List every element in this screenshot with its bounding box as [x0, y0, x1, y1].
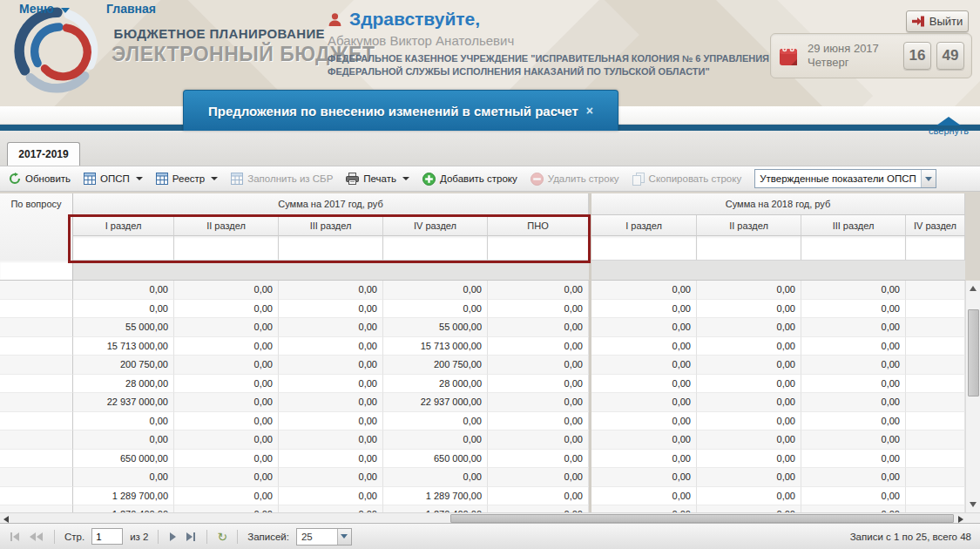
table-row[interactable]: 200 750,000,000,00200 750,000,000,000,00… — [0, 356, 965, 375]
group-header-2018[interactable]: Сумма на 2018 год, руб — [591, 193, 965, 215]
scroll-right-icon[interactable] — [958, 516, 963, 523]
filter-cell[interactable] — [488, 236, 589, 261]
fill-from-sbr-button[interactable]: Заполнить из СБР — [231, 173, 333, 185]
group-header-2017[interactable]: Сумма на 2017 год, руб — [73, 193, 589, 215]
horizontal-scroll-thumb[interactable] — [450, 514, 954, 523]
amount-cell-2017: 0,00 — [279, 356, 383, 375]
column-header[interactable]: ПНО — [488, 215, 589, 236]
amount-cell-2017: 0,00 — [383, 281, 488, 300]
filter-cell[interactable] — [591, 236, 697, 261]
amount-cell-2017: 0,00 — [279, 300, 383, 319]
table-row[interactable]: 1 270 400,000,000,001 270 400,000,000,00… — [0, 505, 965, 512]
page-input[interactable] — [91, 528, 123, 545]
chevron-down-icon — [211, 177, 218, 180]
registry-label: Реестр — [172, 173, 205, 184]
filter-cell[interactable] — [279, 236, 383, 261]
row-question-cell — [0, 487, 73, 506]
amount-cell-2017: 0,00 — [383, 430, 488, 450]
amount-cell-2017: 0,00 — [279, 375, 383, 394]
datetime-panel: 29 июня 2017 Четверг 16 49 — [770, 33, 972, 78]
column-header[interactable]: II раздел — [174, 215, 279, 236]
column-header[interactable]: I раздел — [73, 215, 174, 236]
table-row[interactable]: 55 000,000,000,0055 000,000,000,000,000,… — [0, 318, 965, 337]
prev-page-button[interactable] — [28, 531, 44, 543]
horizontal-scrollbar[interactable] — [0, 512, 980, 523]
scroll-up-icon[interactable] — [970, 286, 977, 291]
table-row[interactable]: 0,000,000,000,000,000,000,000,00 — [0, 300, 965, 319]
filter-cell[interactable] — [697, 236, 801, 261]
filter-cell[interactable] — [73, 236, 174, 261]
amount-cell-2018: 0,00 — [697, 318, 801, 337]
greeting-row: Здравствуйте, — [328, 9, 480, 30]
registry-menu-button[interactable]: Реестр — [156, 173, 218, 185]
column-header[interactable]: III раздел — [279, 215, 383, 236]
amount-cell-2018: 0,00 — [697, 450, 801, 469]
menu-button[interactable]: Меню — [19, 2, 70, 16]
logout-button[interactable]: Выйти — [906, 10, 969, 32]
amount-cell-2018: 0,00 — [697, 487, 801, 506]
select-trigger[interactable] — [337, 529, 351, 545]
tab-proposals[interactable]: Предложения по внесению изменений в смет… — [183, 90, 618, 131]
time-hours: 16 — [903, 42, 931, 70]
scroll-left-icon[interactable] — [3, 516, 9, 523]
chevron-up-icon — [936, 117, 961, 125]
status-bar: Стр. из 2 ↻ Записей: 25 Записи с 1 по 25… — [0, 523, 980, 549]
collapse-label: свернуть — [925, 125, 972, 136]
records-per-page-select[interactable]: 25 — [296, 528, 352, 546]
table-row[interactable]: 28 000,000,000,0028 000,000,000,000,000,… — [0, 375, 965, 394]
filter-cell[interactable] — [906, 236, 965, 261]
table-row[interactable]: 0,000,000,000,000,000,000,000,00 — [0, 281, 965, 300]
first-page-button[interactable] — [9, 531, 21, 543]
scroll-down-icon[interactable] — [970, 502, 977, 507]
delete-row-button[interactable]: Удалить строку — [531, 173, 619, 186]
amount-cell-2017: 0,00 — [279, 430, 383, 450]
vertical-scroll-thumb[interactable] — [968, 309, 979, 396]
indicator-mode-select[interactable]: Утвержденные показатели ОПСП — [754, 169, 936, 188]
amount-cell-2017: 0,00 — [488, 393, 589, 412]
collapse-control[interactable]: свернуть — [925, 117, 972, 136]
table-row[interactable]: 650 000,000,000,00650 000,000,000,000,00… — [0, 450, 965, 469]
amount-cell-2017: 0,00 — [174, 505, 279, 512]
column-header[interactable]: I раздел — [591, 215, 697, 236]
nav-home[interactable]: Главная — [106, 2, 156, 16]
add-row-button[interactable]: Добавить строку — [422, 173, 517, 186]
amount-cell-2017: 0,00 — [174, 450, 279, 469]
filter-cell[interactable] — [174, 236, 279, 261]
last-page-button[interactable] — [185, 531, 197, 543]
tab-close-icon[interactable]: × — [586, 104, 593, 118]
amount-cell-2017: 0,00 — [488, 412, 589, 431]
vertical-scrollbar[interactable] — [965, 281, 980, 512]
refresh-page-icon[interactable]: ↻ — [217, 531, 227, 543]
copy-row-button[interactable]: Скопировать строку — [632, 173, 742, 186]
filter-cell[interactable] — [383, 236, 488, 261]
table-row[interactable]: 22 937 000,000,000,0022 937 000,000,000,… — [0, 393, 965, 412]
amount-cell-2018: 0,00 — [591, 505, 697, 512]
table-row[interactable]: 15 713 000,000,000,0015 713 000,000,000,… — [0, 337, 965, 356]
select-trigger[interactable] — [921, 170, 936, 187]
column-header[interactable]: II раздел — [697, 215, 801, 236]
exit-icon — [912, 16, 925, 27]
refresh-button[interactable]: Обновить — [9, 173, 71, 185]
question-filter-cell[interactable] — [0, 261, 73, 281]
amount-cell-2018: 0,00 — [697, 430, 801, 450]
column-header[interactable]: III раздел — [801, 215, 906, 236]
print-menu-button[interactable]: Печать — [346, 173, 409, 185]
chevron-down-icon — [402, 177, 409, 180]
grid-rows: 0,000,000,000,000,000,000,000,000,000,00… — [0, 281, 965, 512]
table-row[interactable]: 0,000,000,000,000,000,000,000,00 — [0, 412, 965, 431]
table-row[interactable]: 0,000,000,000,000,000,000,000,00 — [0, 468, 965, 487]
column-header[interactable]: IV раздел — [383, 215, 488, 236]
column-header-question[interactable]: По вопросу — [0, 193, 73, 261]
tab-2017-2019[interactable]: 2017-2019 — [7, 142, 80, 166]
amount-cell-2018: 0,00 — [697, 505, 801, 512]
amount-cell-2017: 0,00 — [279, 393, 383, 412]
amount-cell-2017: 1 289 700,00 — [73, 487, 174, 506]
greeting-text: Здравствуйте, — [349, 9, 480, 30]
next-page-button[interactable] — [168, 531, 178, 543]
brand-block: БЮДЖЕТНОЕ ПЛАНИРОВАНИЕ ЭЛЕКТРОННЫЙ БЮДЖЕ… — [112, 26, 325, 66]
table-row[interactable]: 1 289 700,000,000,001 289 700,000,000,00… — [0, 487, 965, 506]
filter-cell[interactable] — [801, 236, 906, 261]
column-header[interactable]: IV раздел — [906, 215, 965, 236]
table-row[interactable]: 0,000,000,000,000,000,000,000,00 — [0, 430, 965, 450]
opsp-menu-button[interactable]: ОПСП — [84, 173, 143, 185]
